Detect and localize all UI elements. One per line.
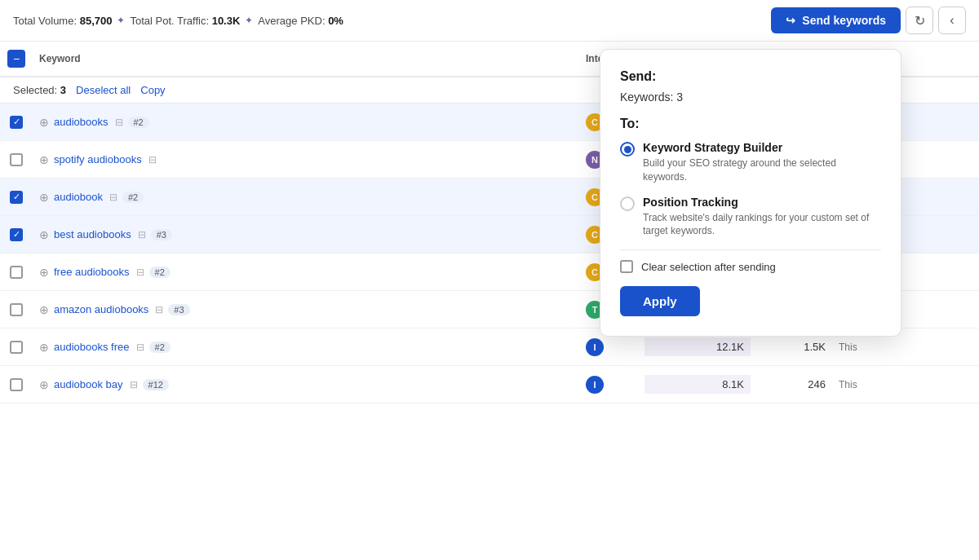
rank-badge: #2 [149, 342, 171, 353]
rank-badge: #2 [122, 192, 144, 203]
option-keyword-strategy[interactable]: Keyword Strategy Builder Build your SEO … [620, 141, 881, 184]
total-traffic-value: 10.3K [212, 15, 241, 27]
selected-count: 3 [60, 84, 66, 96]
row-checkbox-2[interactable] [10, 191, 23, 204]
table-icon: ⊟ [155, 304, 163, 315]
selected-count-label: Selected: 3 [13, 84, 66, 96]
add-icon: ⊕ [39, 153, 49, 166]
total-volume-value: 85,700 [80, 15, 113, 27]
option2-title: Position Tracking [643, 196, 881, 209]
rank-badge: #12 [143, 379, 169, 390]
table-icon: ⊟ [148, 154, 157, 165]
send-popup: Send: Keywords: 3 To: Keyword Strategy B… [600, 49, 901, 337]
keyword-cell: ⊕audiobooks free⊟#2 [33, 337, 579, 357]
keyword-link[interactable]: best audiobooks [54, 228, 131, 240]
popup-to-label: To: [620, 117, 881, 131]
spark-icon-2: ✦ [245, 15, 253, 26]
table-icon: ⊟ [130, 379, 138, 390]
keyword-cell: ⊕amazon audiobooks⊟#3 [33, 300, 579, 320]
add-icon: ⊕ [39, 378, 49, 391]
intent-badge: I [586, 376, 604, 394]
add-icon: ⊕ [39, 303, 49, 316]
this-cell: This [832, 376, 979, 394]
keyword-link[interactable]: audiobook [54, 191, 103, 203]
row-checkbox-5[interactable] [10, 303, 23, 316]
add-icon: ⊕ [39, 191, 49, 204]
add-icon: ⊕ [39, 116, 49, 129]
volume-cell: 12.1K [645, 337, 751, 356]
table-icon: ⊟ [109, 192, 117, 203]
keyword-link[interactable]: amazon audiobooks [54, 303, 148, 315]
spark-icon-1: ✦ [117, 15, 125, 26]
keyword-column-header: Keyword [33, 50, 579, 68]
keyword-link[interactable]: audiobook bay [54, 378, 123, 390]
keyword-cell: ⊕audiobook⊟#2 [33, 187, 579, 207]
table-icon: ⊟ [136, 267, 144, 278]
popup-title: Send: [620, 69, 881, 84]
row-checkbox-6[interactable] [10, 341, 23, 354]
deselect-all-checkbox[interactable] [7, 50, 25, 68]
table-row: ⊕audiobook bay⊟#12I8.1K246This [0, 366, 979, 403]
row-checkbox-7[interactable] [10, 378, 23, 391]
clear-selection-row[interactable]: Clear selection after sending [620, 260, 881, 273]
top-bar: Total Volume: 85,700 ✦ Total Pot. Traffi… [0, 0, 979, 42]
row-checkbox-0[interactable] [10, 116, 23, 129]
nav-button[interactable]: ‹ [938, 7, 966, 34]
keyword-link[interactable]: free audiobooks [54, 266, 130, 278]
clear-selection-checkbox[interactable] [620, 260, 633, 273]
total-volume-label: Total Volume: 85,700 [13, 15, 112, 27]
rank-badge: #3 [168, 304, 189, 315]
table-icon: ⊟ [136, 342, 144, 353]
option-position-tracking[interactable]: Position Tracking Track website's daily … [620, 196, 881, 239]
deselect-all-link[interactable]: Deselect all [76, 84, 131, 96]
keyword-cell: ⊕free audiobooks⊟#2 [33, 262, 579, 282]
keyword-cell: ⊕audiobook bay⊟#12 [33, 375, 579, 395]
option1-title: Keyword Strategy Builder [643, 141, 881, 154]
intent-cell: I [579, 335, 645, 359]
intent-badge: I [586, 338, 604, 356]
clear-selection-label: Clear selection after sending [641, 261, 776, 273]
radio-position-tracking[interactable] [620, 196, 635, 211]
intent-cell: I [579, 373, 645, 397]
row-checkbox-1[interactable] [10, 153, 23, 166]
keyword-cell: ⊕audiobooks⊟#2 [33, 112, 579, 132]
this-cell: This [832, 338, 979, 356]
add-icon: ⊕ [39, 228, 49, 241]
rank-badge: #2 [128, 117, 149, 128]
add-icon: ⊕ [39, 341, 49, 354]
keyword-cell: ⊕best audiobooks⊟#3 [33, 225, 579, 245]
apply-button[interactable]: Apply [620, 286, 700, 316]
send-keywords-button[interactable]: ↪ Send keywords [771, 7, 901, 33]
volume-cell: 8.1K [645, 375, 751, 394]
option1-desc: Build your SEO strategy around the selec… [643, 157, 881, 184]
table-icon: ⊟ [138, 229, 146, 240]
refresh-button[interactable]: ↻ [906, 7, 933, 34]
avg-pkd-value: 0% [328, 15, 343, 27]
row-checkbox-3[interactable] [10, 228, 23, 241]
rank-badge: #3 [151, 229, 172, 240]
keyword-cell: ⊕spotify audiobooks⊟ [33, 150, 579, 170]
pot-traffic-cell: 1.5K [751, 337, 832, 356]
row-checkbox-4[interactable] [10, 266, 23, 279]
add-icon: ⊕ [39, 266, 49, 279]
total-traffic-label: Total Pot. Traffic: 10.3K [130, 15, 240, 27]
keyword-link[interactable]: spotify audiobooks [54, 153, 142, 165]
table-icon: ⊟ [115, 117, 123, 128]
keyword-link[interactable]: audiobooks free [54, 341, 130, 353]
keyword-link[interactable]: audiobooks [54, 116, 109, 128]
option2-desc: Track website's daily rankings for your … [643, 211, 881, 239]
send-icon: ↪ [786, 14, 795, 27]
copy-link[interactable]: Copy [140, 84, 165, 96]
popup-keywords: Keywords: 3 [620, 90, 881, 104]
rank-badge: #2 [149, 267, 171, 278]
radio-keyword-strategy[interactable] [620, 142, 635, 157]
pot-traffic-cell: 246 [751, 375, 832, 394]
popup-divider [620, 249, 881, 250]
avg-pkd-label: Average PKD: 0% [258, 15, 343, 27]
